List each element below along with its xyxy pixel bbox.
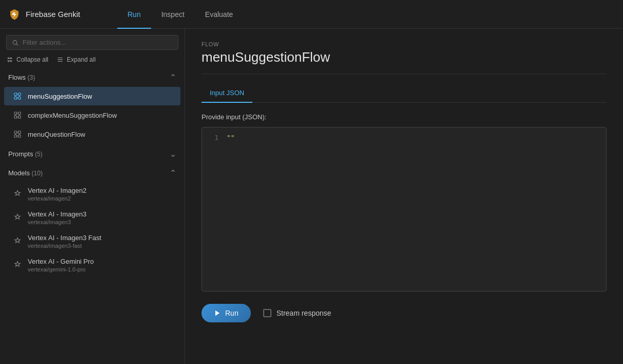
svg-marker-2 — [215, 311, 219, 316]
model-icon-4 — [12, 260, 23, 270]
sidebar-item-label-imagen2: Vertex AI - Imagen2 — [28, 187, 86, 194]
sidebar-item-label-imagen3fast: Vertex AI - Imagen3 Fast — [28, 234, 101, 242]
play-icon — [214, 310, 221, 317]
content-divider — [201, 74, 607, 74]
nav-tab-inspect[interactable]: Inspect — [151, 1, 195, 29]
sidebar-item-label-imagen3: Vertex AI - Imagen3 — [28, 210, 86, 218]
stream-response-checkbox[interactable] — [263, 309, 271, 317]
sidebar-item-imagen3[interactable]: Vertex AI - Imagen3 vertexai/imagen3 — [4, 206, 180, 229]
collapse-all-button[interactable]: Collapse all — [6, 56, 48, 63]
tab-input-json[interactable]: Input JSON — [201, 85, 252, 103]
prompts-count: (5) — [35, 151, 43, 158]
sidebar-item-sublabel-geminipro: vertexai/gemini-1.0-pro — [28, 266, 94, 272]
flow-icon-1 — [12, 91, 23, 101]
input-json-label: Provide input (JSON): — [201, 113, 607, 121]
sidebar-item-sublabel-imagen3: vertexai/imagen3 — [28, 219, 86, 225]
models-count: (10) — [32, 170, 43, 177]
expand-all-button[interactable]: Expand all — [57, 56, 96, 63]
sidebar-item-menuQuestionFlow[interactable]: menuQuestionFlow — [4, 125, 180, 143]
prompts-section-header[interactable]: Prompts (5) ⌄ — [0, 144, 185, 163]
model-icon-2 — [12, 213, 23, 223]
search-icon — [12, 39, 19, 46]
sidebar-scroll-wrapper: Flows (3) ⌃ menuSuggestionFlow — [0, 67, 185, 364]
sidebar-content: Flows (3) ⌃ menuSuggestionFlow — [0, 67, 185, 277]
flows-count: (3) — [28, 74, 35, 81]
json-content[interactable]: "" — [227, 134, 600, 285]
models-section-title: Models (10) — [8, 169, 43, 177]
prompts-chevron-icon: ⌄ — [170, 149, 176, 159]
flow-title: menuSuggestionFlow — [201, 49, 607, 65]
run-button[interactable]: Run — [201, 304, 251, 322]
flows-section-header[interactable]: Flows (3) ⌃ — [0, 67, 185, 86]
search-box[interactable] — [6, 35, 178, 50]
flows-chevron-icon: ⌃ — [170, 72, 176, 82]
bottom-bar: Run Stream response — [201, 302, 607, 322]
sidebar-item-label-geminipro: Vertex AI - Gemini Pro — [28, 258, 94, 265]
flow-icon-2 — [12, 110, 23, 120]
search-input[interactable] — [23, 39, 173, 46]
logo-icon — [8, 8, 21, 21]
sidebar-actions: Collapse all Expand all — [0, 54, 185, 67]
svg-line-1 — [16, 44, 18, 45]
sidebar-item-sublabel-imagen2: vertexai/imagen2 — [28, 195, 86, 202]
nav-tabs: Run Inspect Evaluate — [117, 0, 243, 28]
flow-label: Flow — [201, 41, 607, 47]
models-chevron-icon: ⌃ — [170, 168, 176, 178]
sidebar: Collapse all Expand all Flows (3) ⌃ — [0, 29, 185, 364]
main-layout: Collapse all Expand all Flows (3) ⌃ — [0, 29, 623, 364]
sidebar-item-label-menuSuggestionFlow: menuSuggestionFlow — [28, 93, 92, 100]
sidebar-item-imagen3fast[interactable]: Vertex AI - Imagen3 Fast vertexai/imagen… — [4, 230, 180, 253]
collapse-all-label: Collapse all — [16, 56, 48, 63]
logo-area: Firebase Genkit — [8, 8, 101, 21]
nav-tab-evaluate[interactable]: Evaluate — [195, 1, 243, 29]
sidebar-item-menuSuggestionFlow[interactable]: menuSuggestionFlow — [4, 87, 180, 105]
top-nav: Firebase Genkit Run Inspect Evaluate — [0, 0, 623, 29]
content-tab-bar: Input JSON — [201, 84, 607, 103]
expand-icon — [57, 56, 64, 63]
model-icon-3 — [12, 236, 23, 247]
flows-section-title: Flows (3) — [8, 74, 35, 81]
sidebar-item-complexMenuSuggestionFlow[interactable]: complexMenuSuggestionFlow — [4, 106, 180, 124]
flow-icon-3 — [12, 129, 23, 139]
sidebar-item-sublabel-imagen3fast: vertexai/imagen3-fast — [28, 243, 101, 249]
line-numbers: 1 — [208, 134, 218, 285]
sidebar-item-imagen2[interactable]: Vertex AI - Imagen2 vertexai/imagen2 — [4, 183, 180, 206]
collapse-icon — [6, 56, 13, 63]
sidebar-item-label-complexMenuSuggestionFlow: complexMenuSuggestionFlow — [28, 112, 117, 119]
logo-text: Firebase Genkit — [26, 10, 80, 19]
nav-tab-run[interactable]: Run — [117, 1, 151, 29]
stream-checkbox-area: Stream response — [263, 309, 332, 317]
model-icon-1 — [12, 189, 23, 199]
prompts-section-title: Prompts (5) — [8, 150, 43, 158]
sidebar-item-geminipro[interactable]: Vertex AI - Gemini Pro vertexai/gemini-1… — [4, 253, 180, 277]
stream-response-label: Stream response — [277, 309, 332, 317]
sidebar-item-label-menuQuestionFlow: menuQuestionFlow — [28, 131, 85, 138]
main-content: Flow menuSuggestionFlow Input JSON Provi… — [185, 29, 623, 364]
expand-all-label: Expand all — [67, 56, 96, 63]
svg-point-0 — [13, 40, 17, 44]
models-section-header[interactable]: Models (10) ⌃ — [0, 163, 185, 182]
json-editor[interactable]: 1 "" — [201, 127, 607, 292]
